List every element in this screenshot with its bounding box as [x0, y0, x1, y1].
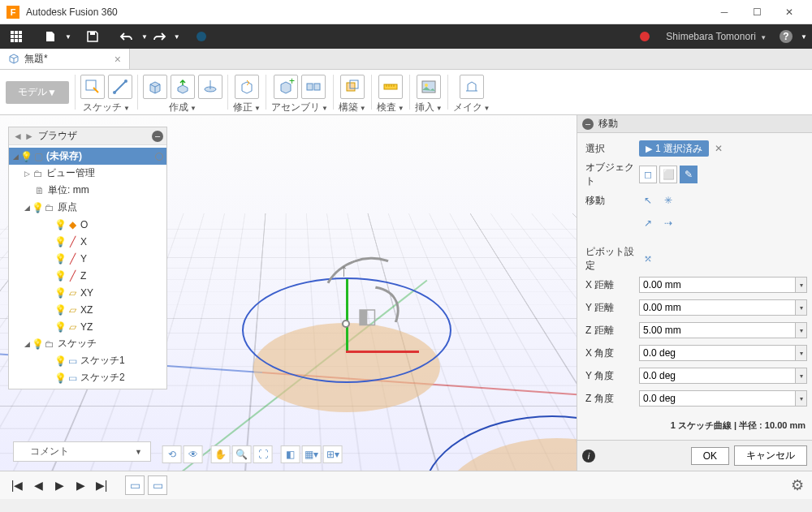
- modify-group-label[interactable]: 修正▼: [233, 101, 261, 114]
- measure-tool-icon[interactable]: [378, 75, 403, 99]
- file-dropdown-icon[interactable]: ▼: [65, 33, 71, 41]
- make-group-label[interactable]: メイク▼: [453, 101, 490, 114]
- object-mode-face-icon[interactable]: ◻: [639, 166, 657, 183]
- user-menu[interactable]: Shimebara Tomonori ▼: [658, 31, 775, 42]
- tree-plane-yz[interactable]: 💡▱YZ: [9, 318, 166, 335]
- box-tool-icon[interactable]: [143, 75, 167, 99]
- fit-icon[interactable]: ⛶: [253, 445, 273, 463]
- maximize-button[interactable]: ☐: [741, 0, 773, 24]
- new-component-icon[interactable]: +: [274, 75, 298, 99]
- construct-group-label[interactable]: 構築▼: [339, 101, 366, 114]
- close-button[interactable]: ✕: [773, 0, 806, 24]
- sketch-circle-1[interactable]: [242, 278, 451, 383]
- input-yang[interactable]: [639, 368, 796, 384]
- grid-settings-icon[interactable]: ▦▾: [302, 445, 322, 463]
- tab-close-icon[interactable]: ×: [114, 53, 121, 66]
- lookAt-icon[interactable]: 👁: [184, 445, 203, 463]
- sketch-group-label[interactable]: スケッチ▼: [83, 101, 130, 114]
- spin-zang[interactable]: ▾: [796, 390, 807, 407]
- extrude-tool-icon[interactable]: [171, 75, 195, 99]
- timeline-start-icon[interactable]: |◀: [8, 476, 26, 494]
- input-xdist[interactable]: [639, 277, 796, 293]
- tree-root[interactable]: ◢💡▢(未保存): [9, 148, 166, 165]
- timeline-play-icon[interactable]: ▶: [50, 476, 68, 494]
- move-free-icon[interactable]: ↖: [639, 191, 657, 209]
- tree-origin-o[interactable]: 💡◆O: [9, 216, 166, 233]
- make-3dprint-icon[interactable]: [460, 75, 484, 99]
- tree-sketch-1[interactable]: 💡▭スケッチ1: [9, 352, 166, 369]
- timeline-settings-icon[interactable]: ⚙: [791, 476, 804, 494]
- grid-menu-icon[interactable]: [5, 25, 28, 48]
- display-style-icon[interactable]: ◧: [281, 445, 300, 463]
- active-component-icon[interactable]: [155, 153, 163, 161]
- tree-sketch-folder[interactable]: ◢💡🗀スケッチ: [9, 335, 166, 352]
- input-zdist[interactable]: [639, 322, 796, 338]
- minimize-button[interactable]: ─: [708, 0, 741, 24]
- object-mode-sketch-icon[interactable]: ✎: [680, 166, 698, 183]
- insert-image-icon[interactable]: [417, 75, 441, 99]
- construct-plane-icon[interactable]: [340, 75, 365, 99]
- info-icon[interactable]: i: [582, 450, 595, 463]
- browser-next-icon[interactable]: ►: [24, 131, 35, 142]
- viewport-layout-icon[interactable]: ⊞▾: [323, 445, 343, 463]
- insert-group-label[interactable]: 挿入▼: [415, 101, 443, 114]
- spin-yang[interactable]: ▾: [796, 368, 807, 384]
- timeline-end-icon[interactable]: ▶|: [93, 476, 110, 494]
- help-icon[interactable]: ?: [775, 25, 797, 48]
- viewport[interactable]: ↑ ◧ ◄► ブラウザ – ◢💡▢(未保存) ▷🗀ビュー管理 🗎単位: mm ◢…: [0, 115, 577, 471]
- workspace-switcher[interactable]: モデル ▼: [0, 70, 75, 114]
- spin-xdist[interactable]: ▾: [796, 277, 807, 293]
- spin-xang[interactable]: ▾: [796, 345, 807, 361]
- object-mode-body-icon[interactable]: ⬜: [659, 166, 677, 183]
- pressdrag-tool-icon[interactable]: [235, 75, 259, 99]
- input-ydist[interactable]: [639, 299, 796, 316]
- record-icon[interactable]: [633, 25, 656, 48]
- tree-plane-xy[interactable]: 💡▱XY: [9, 284, 166, 301]
- input-zang[interactable]: [639, 390, 796, 407]
- inspect-group-label[interactable]: 検査▼: [377, 101, 404, 114]
- timeline-feature-1[interactable]: ▭: [125, 475, 145, 495]
- timeline-feature-2[interactable]: ▭: [148, 475, 167, 495]
- timeline-prev-icon[interactable]: ◀: [29, 476, 47, 494]
- undo-icon[interactable]: [115, 25, 138, 48]
- tree-origin[interactable]: ◢💡🗀原点: [9, 199, 166, 216]
- move-copy-icon[interactable]: ⇢: [659, 214, 677, 232]
- move-pt-icon[interactable]: ↗: [639, 214, 657, 232]
- ok-button[interactable]: OK: [691, 447, 729, 465]
- document-tab[interactable]: 無題* ×: [0, 49, 130, 69]
- joint-tool-icon[interactable]: [301, 75, 326, 99]
- help-dropdown-icon[interactable]: ▼: [801, 33, 807, 41]
- move-triad-icon[interactable]: ✳: [659, 191, 677, 209]
- tree-origin-y[interactable]: 💡╱Y: [9, 250, 166, 267]
- input-xang[interactable]: [639, 345, 796, 361]
- panel-collapse-icon[interactable]: –: [582, 118, 594, 130]
- redo-icon[interactable]: [148, 25, 171, 48]
- clear-selection-icon[interactable]: ✕: [715, 143, 723, 154]
- pan-icon[interactable]: ✋: [211, 445, 231, 463]
- tree-origin-x[interactable]: 💡╱X: [9, 233, 166, 250]
- set-pivot-icon[interactable]: ⤱: [639, 250, 657, 268]
- file-menu-icon[interactable]: [39, 25, 62, 48]
- browser-prev-icon[interactable]: ◄: [12, 131, 24, 142]
- create-sketch-icon[interactable]: [80, 75, 105, 99]
- line-tool-icon[interactable]: [108, 75, 132, 99]
- create-group-label[interactable]: 作成▼: [169, 101, 197, 114]
- assembly-group-label[interactable]: アセンブリ▼: [271, 101, 328, 114]
- zoom-icon[interactable]: 🔍: [232, 445, 252, 463]
- addin-icon[interactable]: [190, 25, 213, 48]
- tree-view-mgmt[interactable]: ▷🗀ビュー管理: [9, 165, 166, 182]
- spin-zdist[interactable]: ▾: [796, 322, 807, 338]
- selection-chip[interactable]: ▶1 選択済み: [639, 140, 709, 157]
- tree-plane-xz[interactable]: 💡▱XZ: [9, 301, 166, 318]
- orbit-icon[interactable]: ⟲: [162, 445, 182, 463]
- tree-units[interactable]: 🗎単位: mm: [9, 182, 166, 199]
- comment-bar[interactable]: コメント▼: [13, 441, 151, 462]
- tree-origin-z[interactable]: 💡╱Z: [9, 267, 166, 284]
- save-icon[interactable]: [81, 25, 104, 48]
- undo-dropdown-icon[interactable]: ▼: [141, 33, 148, 41]
- tree-sketch-2[interactable]: 💡▭スケッチ2: [9, 369, 166, 386]
- cancel-button[interactable]: キャンセル: [734, 445, 807, 466]
- redo-dropdown-icon[interactable]: ▼: [174, 33, 180, 41]
- browser-collapse-icon[interactable]: –: [152, 131, 163, 142]
- revolve-tool-icon[interactable]: [198, 75, 222, 99]
